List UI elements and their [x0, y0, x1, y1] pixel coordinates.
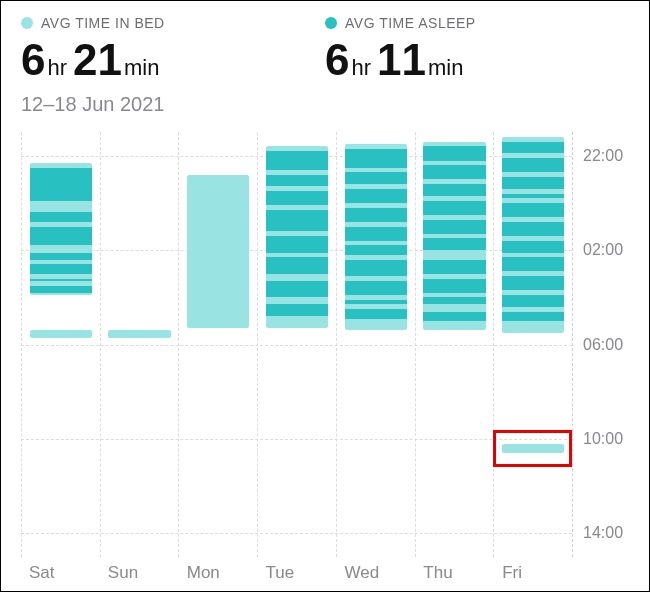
avg-in-bed-legend: AVG TIME IN BED [21, 15, 325, 31]
sleep-chart[interactable] [21, 132, 573, 557]
asleep-segment [30, 279, 92, 281]
asleep-segment [30, 253, 92, 260]
y-axis-label: 22:00 [583, 147, 623, 165]
avg-in-bed-value: 6hr21min [21, 37, 325, 83]
y-axis-label: 14:00 [583, 524, 623, 542]
in-bed-segment [108, 330, 170, 337]
asleep-segment [345, 260, 407, 277]
in-bed-segment [187, 175, 249, 328]
x-axis-label: Tue [258, 563, 337, 583]
asleep-segment [502, 194, 564, 199]
y-axis-label: 10:00 [583, 430, 623, 448]
asleep-segment [345, 208, 407, 222]
x-axis-label: Sat [21, 563, 100, 583]
y-axis-label: 06:00 [583, 336, 623, 354]
asleep-segment [423, 279, 485, 293]
asleep-segment [502, 276, 564, 290]
x-axis-label: Fri [494, 563, 573, 583]
asleep-segment [502, 177, 564, 189]
asleep-segment [423, 146, 485, 160]
asleep-mins: 11 [377, 35, 426, 84]
mins-unit: min [124, 55, 159, 80]
asleep-segment [423, 165, 485, 179]
asleep-segment [423, 297, 485, 304]
x-axis-label: Sun [100, 563, 179, 583]
asleep-segment [345, 281, 407, 295]
asleep-segment [502, 158, 564, 172]
asleep-segment [345, 245, 407, 254]
y-axis: 22:0002:0006:0010:0014:00 [573, 132, 629, 557]
asleep-segment [266, 191, 328, 205]
day-column-wed[interactable] [336, 132, 415, 557]
in-bed-hours: 6 [21, 35, 45, 84]
in-bed-segment [502, 444, 564, 453]
asleep-segment [30, 168, 92, 201]
asleep-hours: 6 [325, 35, 349, 84]
day-column-mon[interactable] [178, 132, 257, 557]
asleep-segment [423, 238, 485, 250]
asleep-segment [423, 220, 485, 234]
x-axis-label: Mon [179, 563, 258, 583]
x-axis-label: Wed [336, 563, 415, 583]
asleep-segment [502, 257, 564, 271]
asleep-segment [423, 201, 485, 215]
asleep-segment [266, 236, 328, 253]
avg-asleep-metric: AVG TIME ASLEEP 6hr11min [325, 15, 629, 83]
date-range: 12–18 Jun 2021 [21, 93, 629, 116]
chart-area: 22:0002:0006:0010:0014:00 [21, 132, 629, 557]
summary-header: AVG TIME IN BED 6hr21min AVG TIME ASLEEP… [21, 15, 629, 83]
asleep-segment [266, 304, 328, 316]
asleep-segment [502, 241, 564, 253]
x-axis: SatSunMonTueWedThuFri [21, 563, 629, 583]
asleep-segment [30, 227, 92, 246]
hours-unit: hr [351, 55, 371, 80]
asleep-segment [345, 227, 407, 241]
asleep-segment [423, 260, 485, 274]
asleep-segment [345, 300, 407, 305]
asleep-segment [345, 309, 407, 318]
in-bed-mins: 21 [73, 35, 122, 84]
asleep-segment [345, 172, 407, 184]
asleep-segment [266, 281, 328, 298]
asleep-segment [345, 189, 407, 203]
asleep-segment [30, 286, 92, 293]
in-bed-dot-icon [21, 17, 33, 29]
avg-in-bed-label: AVG TIME IN BED [41, 15, 165, 31]
asleep-segment [266, 175, 328, 187]
asleep-segment [345, 149, 407, 168]
asleep-dot-icon [325, 17, 337, 29]
hours-unit: hr [47, 55, 67, 80]
day-column-fri[interactable] [493, 132, 572, 557]
asleep-segment [30, 212, 92, 221]
avg-asleep-legend: AVG TIME ASLEEP [325, 15, 629, 31]
mins-unit: min [428, 55, 463, 80]
day-column-sun[interactable] [100, 132, 179, 557]
avg-asleep-label: AVG TIME ASLEEP [345, 15, 476, 31]
asleep-segment [502, 203, 564, 217]
asleep-segment [266, 151, 328, 170]
asleep-segment [502, 222, 564, 236]
asleep-segment [502, 142, 564, 154]
avg-asleep-value: 6hr11min [325, 37, 629, 83]
y-axis-label: 02:00 [583, 241, 623, 259]
asleep-segment [423, 312, 485, 321]
day-column-sat[interactable] [21, 132, 100, 557]
asleep-segment [502, 312, 564, 321]
avg-in-bed-metric: AVG TIME IN BED 6hr21min [21, 15, 325, 83]
sleep-week-card: AVG TIME IN BED 6hr21min AVG TIME ASLEEP… [0, 0, 650, 592]
in-bed-segment [30, 330, 92, 337]
asleep-segment [502, 295, 564, 307]
asleep-segment [266, 210, 328, 231]
asleep-segment [266, 257, 328, 274]
day-column-tue[interactable] [257, 132, 336, 557]
asleep-segment [30, 264, 92, 273]
x-axis-label: Thu [415, 563, 494, 583]
asleep-segment [423, 184, 485, 196]
day-column-thu[interactable] [415, 132, 494, 557]
